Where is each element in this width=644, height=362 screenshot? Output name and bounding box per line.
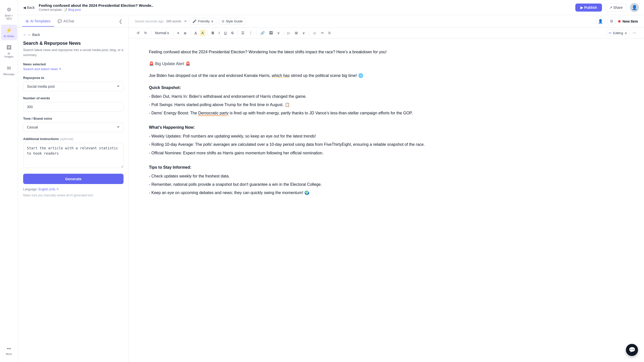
nav-item-ai-writer[interactable]: ⚡ AI Writer: [1, 25, 17, 40]
redo-button[interactable]: ↻: [142, 30, 149, 36]
table-button[interactable]: ⊞: [293, 30, 300, 36]
instructions-textarea[interactable]: Start the article with a relevant statis…: [23, 143, 124, 168]
tone-select[interactable]: Casual Formal Friendly Professional: [23, 122, 124, 132]
subtitle-prefix: Content template:: [39, 8, 63, 12]
format-toolbar: ↺ ↻ Normal ∨ ≡ ≣ A A B I U S ☰: [129, 28, 644, 38]
quick-item-1: - Biden Out, Harris In: Biden's withdraw…: [149, 93, 624, 100]
text-color-button[interactable]: A: [193, 30, 198, 36]
words-label: Number of words: [23, 96, 124, 100]
brief-seo-icon: ⚙: [7, 7, 11, 13]
emoji-button[interactable]: ☺: [311, 30, 318, 36]
image-dropdown[interactable]: ∨: [275, 30, 281, 36]
arrow-button[interactable]: ▷: [286, 30, 292, 36]
table-dropdown[interactable]: ∨: [301, 30, 307, 36]
panel-collapse-button[interactable]: ❮: [117, 18, 125, 25]
tips-item-3: - Keep an eye on upcoming debates and ne…: [149, 189, 624, 196]
top-header: ◀ Back Feeling confused about the 2024 P…: [18, 0, 644, 15]
icon-nav: ⚙ Brief + SEO ⚡ AI Writer 🖼 AI Images ✉ …: [0, 0, 18, 362]
language-link[interactable]: English (US): [38, 188, 55, 191]
happening-item-2: - Rolling 10-day Average: The polls' ave…: [149, 141, 624, 148]
tab-ai-templates[interactable]: ⊞ AI Templates: [22, 16, 54, 27]
paste-button[interactable]: ⎘: [327, 30, 332, 36]
panel-back-link[interactable]: ← ← Back: [23, 33, 124, 37]
header-actions: ▶ Publish ↗ Share 👤: [575, 3, 639, 12]
toolbar-divider-3: [190, 30, 191, 35]
word-count: 295 words: [166, 19, 181, 23]
toolbar-divider-7: [284, 30, 284, 35]
toolbar-divider-6: [256, 30, 257, 35]
repurpose-field: Repurpose to Social media post Blog post…: [23, 76, 124, 91]
instructions-field: Additional instructions (optional) Start…: [23, 137, 124, 169]
blog-post-link[interactable]: 📝 Blog post: [64, 8, 81, 12]
generate-button[interactable]: Generate: [23, 174, 124, 184]
tips-items-list: - Check updates weekly for the freshest …: [149, 173, 624, 196]
intro-paragraph: Feeling confused about the 2024 Presiden…: [149, 49, 624, 55]
chat-bubble[interactable]: 💬: [626, 344, 638, 356]
news-link[interactable]: Search and select news ✎: [23, 67, 124, 71]
bullet-list-button[interactable]: ☰: [239, 30, 246, 36]
new-item-button[interactable]: New Item: [623, 19, 638, 23]
nav-item-message[interactable]: ✉ Message: [1, 63, 17, 78]
tone-button[interactable]: 🎤 Friendly ∨: [190, 18, 216, 25]
toolbar-divider-4: [208, 30, 208, 35]
nav-item-ai-images[interactable]: 🖼 AI Images: [1, 42, 17, 61]
nav-label-ai-images: AI Images: [3, 52, 15, 58]
align-button[interactable]: ≣: [182, 30, 188, 36]
tips-item-2: - Remember, national polls provide a sna…: [149, 181, 624, 188]
ai-templates-icon: ⊞: [26, 19, 29, 23]
visibility-icon[interactable]: 👁: [184, 19, 187, 23]
strikethrough-button[interactable]: S: [229, 30, 235, 36]
language-row: Language: English (US) ✎: [23, 188, 124, 191]
mic-icon: 🎤: [192, 19, 196, 23]
repurpose-select[interactable]: Social media post Blog post Summary: [23, 82, 124, 91]
bold-button[interactable]: B: [210, 30, 216, 36]
nav-item-brief-seo[interactable]: ⚙ Brief + SEO: [1, 4, 17, 23]
editor-content[interactable]: Feeling confused about the 2024 Presiden…: [129, 38, 644, 362]
editor-area: Saved seconds ago 295 words 👁 🎤 Friendly…: [129, 15, 644, 362]
back-button[interactable]: ◀ Back: [23, 6, 35, 10]
quick-items-list: - Biden Out, Harris In: Biden's withdraw…: [149, 93, 624, 117]
cut-button[interactable]: ✂: [319, 30, 326, 36]
undo-button[interactable]: ↺: [135, 30, 141, 36]
editing-badge[interactable]: ✏ Editing ∨: [606, 30, 630, 36]
biden-paragraph: Joe Biden has dropped out of the race an…: [149, 72, 624, 79]
words-input[interactable]: [23, 102, 124, 112]
tab-aichat[interactable]: 💬 AIChat: [54, 16, 78, 27]
settings-circle-btn[interactable]: ⚙: [607, 17, 616, 26]
message-icon: ✉: [7, 65, 11, 71]
disclaimer-text: Make sure you manually review all AI gen…: [23, 193, 124, 198]
panel-tabs: ⊞ AI Templates 💬 AIChat ❮: [18, 15, 129, 28]
panel-content: ← ← Back Search & Repurpose News Search …: [18, 28, 129, 362]
link-button[interactable]: 🔗: [259, 30, 266, 36]
style-guide-icon: ⊙: [222, 19, 224, 23]
saved-label: Saved seconds ago: [135, 19, 164, 23]
align-left-button[interactable]: ≡: [175, 30, 181, 36]
header-title-area: Feeling confused about the 2024 Presiden…: [39, 3, 571, 12]
news-selected-label: News selected: [23, 62, 124, 66]
tone-label: Tone / Brand voice: [23, 117, 124, 120]
more-icon: •••: [7, 346, 11, 351]
toolbar-divider-8: [309, 30, 309, 35]
expand-icon: ∨: [625, 31, 627, 35]
avatar[interactable]: 👤: [630, 3, 639, 12]
editor-meta: Saved seconds ago 295 words 👁 🎤 Friendly…: [135, 18, 592, 25]
image-button[interactable]: 🖼: [267, 30, 274, 36]
more-options-button[interactable]: ⋯: [631, 30, 638, 36]
ai-writer-icon: ⚡: [6, 27, 12, 33]
tips-heading: Tips to Stay Informed:: [149, 164, 624, 171]
happening-items-list: - Weekly Updates: Poll numbers are updat…: [149, 133, 624, 156]
nav-item-more[interactable]: ••• More: [1, 344, 17, 358]
style-guide-button[interactable]: ⊙ Style Guide: [219, 18, 245, 25]
highlight-button[interactable]: A: [200, 30, 206, 36]
publish-button[interactable]: ▶ Publish: [575, 4, 602, 12]
numbered-list-button[interactable]: ⋮: [247, 30, 254, 36]
instructions-label: Additional instructions (optional): [23, 137, 124, 141]
user-circle-btn[interactable]: 👤: [596, 17, 605, 26]
aichat-icon: 💬: [58, 19, 62, 23]
underline-button[interactable]: U: [222, 30, 228, 36]
style-dropdown[interactable]: Normal ∨: [153, 30, 171, 36]
panel-desc: Search latest news and repurpose into a …: [23, 48, 124, 57]
repurpose-label: Repurpose to: [23, 76, 124, 80]
share-button[interactable]: ↗ Share: [605, 3, 627, 12]
italic-button[interactable]: I: [217, 30, 221, 36]
